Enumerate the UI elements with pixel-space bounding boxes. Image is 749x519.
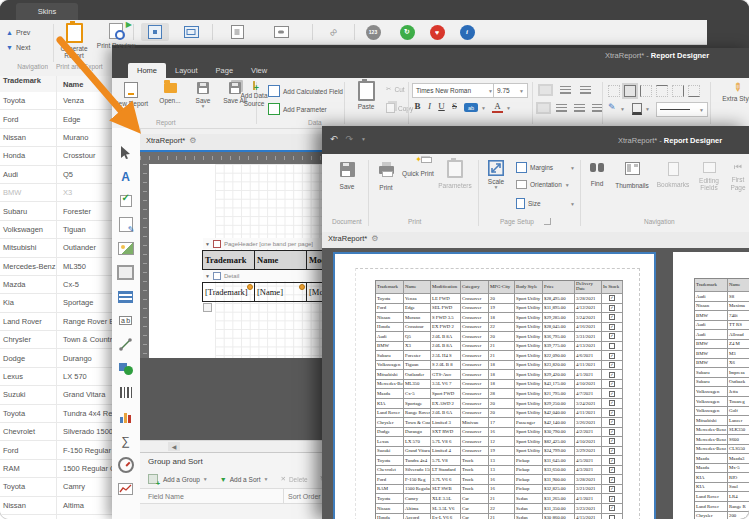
- undo-icon[interactable]: ↶: [330, 134, 338, 144]
- chevron-down-icon[interactable]: ▼: [620, 106, 625, 112]
- pointer-tool-icon[interactable]: [117, 144, 134, 161]
- tab-page[interactable]: Page: [207, 63, 243, 78]
- design-header-cell[interactable]: Trademark: [202, 250, 255, 270]
- checkbox-tool-icon[interactable]: ✓: [117, 192, 134, 209]
- grid-row[interactable]: Toyota Tundra 4x4 Reg. Cab: [0, 405, 112, 423]
- grid-row[interactable]: Mercedes-Benz ML350: [0, 258, 112, 276]
- gear-icon[interactable]: ⚙: [189, 136, 196, 145]
- chart-tool-icon[interactable]: [117, 408, 134, 425]
- border-color-button[interactable]: [632, 103, 642, 115]
- paste-button[interactable]: Paste: [350, 81, 382, 110]
- generate-report-button[interactable]: Generate Report: [54, 23, 94, 60]
- open-button[interactable]: Open...: [152, 80, 188, 104]
- add-sort-button[interactable]: ▼ Add a Sort▼: [220, 476, 269, 483]
- sparkline-tool-icon[interactable]: [117, 480, 134, 497]
- grid-row[interactable]: Toyota Venza: [0, 92, 112, 110]
- tab-layout[interactable]: Layout: [166, 63, 207, 78]
- collapse-arrow-icon[interactable]: ▼: [205, 241, 210, 247]
- grid-row[interactable]: BMW X3: [0, 184, 112, 202]
- strikethrough-button[interactable]: S: [449, 101, 460, 111]
- band-resize-handle[interactable]: [203, 303, 212, 312]
- panel-tool-icon[interactable]: [117, 264, 134, 281]
- collapse-arrow-icon[interactable]: ▼: [205, 273, 210, 279]
- border-bottom-button[interactable]: [688, 85, 700, 97]
- grid-row[interactable]: Nissan Altima: [0, 497, 112, 515]
- notification-red-icon[interactable]: ♥: [426, 23, 448, 41]
- redo-icon[interactable]: ↷: [346, 134, 354, 144]
- tab-home[interactable]: Home: [128, 63, 166, 78]
- cut-button[interactable]: ✂ Cut: [386, 85, 405, 93]
- grid-row[interactable]: RAM 1500 Regular CAB 4X4: [0, 460, 112, 478]
- border-top-button[interactable]: [656, 85, 668, 97]
- design-field-cell[interactable]: [Trademark]: [202, 282, 255, 302]
- delete-button[interactable]: ✕ Delete: [280, 475, 307, 483]
- border-all-button[interactable]: [624, 85, 636, 97]
- grid-row[interactable]: Honda Crosstour: [0, 147, 112, 165]
- gauge-tool-icon[interactable]: [117, 456, 134, 473]
- grid-row[interactable]: Mitsubishi Outlander: [0, 239, 112, 257]
- copy-button[interactable]: Copy: [386, 103, 413, 113]
- grid-row[interactable]: Chrysler Town & Country: [0, 331, 112, 349]
- chevron-down-icon[interactable]: ▼: [481, 105, 486, 111]
- font-name-combo[interactable]: Times New Roman▼: [412, 83, 497, 98]
- link-icon[interactable]: ∞: [319, 18, 347, 46]
- align-top-button[interactable]: [540, 86, 551, 94]
- add-parameter-button[interactable]: Add Parameter: [268, 103, 327, 115]
- align-middle-button[interactable]: [560, 86, 571, 94]
- info-icon[interactable]: i: [456, 23, 478, 41]
- extra-style-button[interactable]: ✎ Extra Style: [718, 81, 749, 102]
- bookmarks-button[interactable]: Bookmarks: [654, 162, 692, 188]
- first-page-button[interactable]: ⏮ First Page: [726, 162, 749, 191]
- add-calculated-field-button[interactable]: Add Calculated Field: [268, 85, 343, 97]
- grid-row[interactable]: Ford F-150 Regular CAB 4X4: [0, 441, 112, 459]
- grid-row[interactable]: Nissan Murano: [0, 129, 112, 147]
- print-button[interactable]: Print: [372, 160, 400, 191]
- vertical-ruler[interactable]: [140, 164, 149, 358]
- grid-row[interactable]: Audi Q5: [0, 166, 112, 184]
- gear-icon[interactable]: ⚙: [371, 234, 378, 243]
- grid-header-trademark[interactable]: Trademark: [0, 76, 56, 92]
- line-style-combo[interactable]: ▼: [656, 102, 708, 117]
- grid-row[interactable]: Ford Edge: [0, 110, 112, 128]
- designer-doc-tab[interactable]: XtraReport* ⚙: [146, 136, 196, 145]
- align-center-button[interactable]: [556, 104, 567, 112]
- presentation-key-icon[interactable]: [270, 23, 292, 41]
- grid-row[interactable]: Dodge Durango: [0, 349, 112, 367]
- underline-button[interactable]: U: [436, 101, 447, 111]
- scroll-left-icon[interactable]: ◀: [168, 442, 180, 451]
- grid-row[interactable]: Volkswagen Tiguan: [0, 221, 112, 239]
- border-pen-button[interactable]: ✎: [608, 102, 616, 112]
- picture-tool-icon[interactable]: [117, 240, 134, 257]
- margins-button[interactable]: Margins: [516, 162, 553, 173]
- tab-view[interactable]: View: [242, 63, 276, 78]
- size-button[interactable]: Size: [516, 198, 541, 209]
- save-button[interactable]: Save: [330, 162, 364, 190]
- richtext-tool-icon[interactable]: [117, 216, 134, 233]
- parameters-button[interactable]: Parameters: [436, 160, 474, 189]
- preview-page-2[interactable]: Trademark Name Audi S8 Nissan: [673, 252, 749, 519]
- column-field-name[interactable]: Field Name: [140, 493, 283, 500]
- border-right-button[interactable]: [672, 85, 684, 97]
- horizontal-ruler[interactable]: [140, 152, 350, 164]
- barcode-tool-icon[interactable]: [117, 384, 134, 401]
- chevron-down-icon[interactable]: ▼: [645, 106, 650, 112]
- align-left-button[interactable]: [538, 104, 549, 112]
- preview-doc-tab[interactable]: XtraReport* ⚙: [328, 234, 378, 243]
- align-bottom-button[interactable]: [580, 86, 591, 94]
- chevron-down-icon[interactable]: ▼: [570, 201, 575, 207]
- preview-area[interactable]: Trademark Name Modification Category MPG…: [322, 248, 749, 519]
- preview-page-1[interactable]: Trademark Name Modification Category MPG…: [333, 252, 656, 519]
- italic-button[interactable]: I: [424, 101, 435, 111]
- grid-row[interactable]: Suzuki Grand Vitara: [0, 386, 112, 404]
- align-right-button[interactable]: [574, 104, 585, 112]
- shape-tool-icon[interactable]: [117, 360, 134, 377]
- tab-skins[interactable]: Skins: [16, 3, 78, 20]
- design-header-cell[interactable]: Name: [254, 250, 307, 270]
- grid-row[interactable]: Honda Accord: [0, 515, 112, 519]
- new-report-button[interactable]: New Report: [112, 82, 150, 107]
- widescreen-view-icon[interactable]: [177, 23, 205, 41]
- bold-button[interactable]: B: [412, 101, 423, 111]
- chevron-down-icon[interactable]: ▼: [506, 105, 511, 111]
- find-button[interactable]: Find: [584, 163, 610, 187]
- add-group-button[interactable]: Add a Group▼: [148, 474, 208, 484]
